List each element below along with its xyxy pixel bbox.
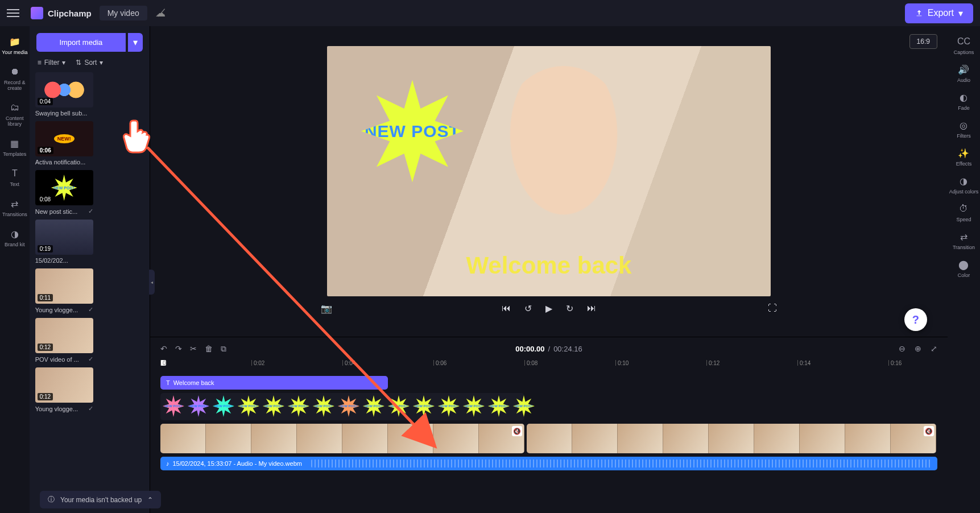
left-rail-record-create[interactable]: ⏺Record & create <box>0 62 30 94</box>
play-button[interactable]: ▶ <box>545 303 552 314</box>
rail-icon: T <box>9 167 21 180</box>
right-rail-effects[interactable]: ✨Effects <box>948 143 980 170</box>
chevron-down-icon: ▾ <box>62 59 65 67</box>
media-name: POV video of ... <box>35 356 79 363</box>
brand-logo[interactable]: Clipchamp <box>31 7 92 19</box>
media-name: Young vlogge... <box>35 406 78 412</box>
right-rail-audio[interactable]: 🔊Audio <box>948 60 980 86</box>
duplicate-button[interactable]: ⧉ <box>221 344 226 354</box>
zoom-in-button[interactable]: ⊕ <box>915 344 921 353</box>
media-item[interactable]: 0:12POV video of ...✓ <box>35 318 93 363</box>
sticker-overlay[interactable]: NEW POST <box>361 80 464 183</box>
video-clip-2[interactable]: 🔇 <box>527 424 936 453</box>
sticker-frame: NEW POST <box>237 394 260 418</box>
left-rail-brand-kit[interactable]: ◑Brand kit <box>0 224 30 251</box>
import-media-dropdown[interactable]: ▾ <box>128 33 143 52</box>
delete-button[interactable]: 🗑 <box>205 344 213 353</box>
backup-warning[interactable]: ⓘ Your media isn't backed up ⌃ <box>40 491 161 508</box>
export-button[interactable]: Export ▾ <box>905 3 973 23</box>
aspect-ratio-button[interactable]: 16:9 <box>909 34 937 49</box>
media-name: New post stic... <box>35 208 78 215</box>
prev-clip-button[interactable]: ⏮ <box>502 303 511 313</box>
check-icon: ✓ <box>88 208 93 215</box>
export-label: Export <box>928 8 954 18</box>
media-thumbnail[interactable]: 0:12 <box>35 367 93 403</box>
ruler-tick: 0:10 <box>615 360 628 366</box>
current-time: 00:00.00 <box>515 345 544 353</box>
sticker-frame: NEW POST <box>187 394 210 418</box>
right-rail-color[interactable]: ⬤Color <box>948 255 980 282</box>
zoom-out-button[interactable]: ⊖ <box>899 344 905 353</box>
audio-clip[interactable]: ♪ 15/02/2024, 15:33:07 - Audio - My vide… <box>160 457 937 470</box>
media-item[interactable]: 0:04Swaying bell sub... <box>35 72 93 117</box>
mute-icon[interactable]: 🔇 <box>512 426 522 436</box>
media-thumbnail[interactable]: 0:19 <box>35 220 93 255</box>
left-rail-content-library[interactable]: 🗂Content library <box>0 98 30 130</box>
next-clip-button[interactable]: ⏭ <box>587 303 596 313</box>
chevron-up-icon: ⌃ <box>147 496 153 504</box>
rail-icon: 🔊 <box>957 63 970 76</box>
text-clip[interactable]: T Welcome back <box>160 376 388 390</box>
right-rail-transition[interactable]: ⇄Transition <box>948 227 980 254</box>
media-item[interactable]: 0:11Young vlogge...✓ <box>35 268 93 313</box>
right-rail-fade[interactable]: ◐Fade <box>948 88 980 114</box>
media-thumbnail[interactable]: NEW POST0:08 <box>35 170 93 205</box>
fullscreen-button[interactable]: ⛶ <box>768 303 777 313</box>
filter-icon: ≡ <box>38 59 42 67</box>
media-thumbnail[interactable]: NEW!0:06 <box>35 121 93 156</box>
right-rail-speed[interactable]: ⏱Speed <box>948 199 980 226</box>
left-rail-templates[interactable]: ▦Templates <box>0 134 30 160</box>
redo-button[interactable]: ↷ <box>175 344 182 353</box>
zoom-fit-button[interactable]: ⤢ <box>931 344 937 353</box>
sticker-frame: NEW POST <box>337 394 361 418</box>
brand-name: Clipchamp <box>48 9 92 18</box>
forward-button[interactable]: ↻ <box>566 303 573 314</box>
media-thumbnail[interactable]: 0:04 <box>35 72 93 107</box>
preview-canvas[interactable]: NEW POST Welcome back <box>327 46 771 296</box>
sticker-frame: NEW POST <box>262 394 286 418</box>
snapshot-button[interactable]: 📷 <box>321 303 332 314</box>
menu-button[interactable] <box>7 5 23 21</box>
project-name-input[interactable]: My video <box>100 6 147 20</box>
sticker-frame: NEW POST <box>162 394 185 418</box>
rail-icon: ◎ <box>957 119 970 131</box>
media-duration: 0:12 <box>38 393 53 400</box>
sticker-frame: NEW POST <box>312 394 336 418</box>
rail-icon: ⏺ <box>9 65 21 78</box>
media-item[interactable]: 0:12Young vlogge...✓ <box>35 367 93 412</box>
media-name: Swaying bell sub... <box>35 110 88 117</box>
sort-button[interactable]: ⇅Sort▾ <box>76 59 103 67</box>
import-media-button[interactable]: Import media <box>36 33 126 52</box>
ruler-tick: 0:04 <box>342 360 355 366</box>
sticker-clip[interactable]: NEW POSTNEW POSTNEW POSTNEW POSTNEW POST… <box>160 393 524 420</box>
left-rail-transitions[interactable]: ⇄Transitions <box>0 194 30 221</box>
ruler-tick: 0 <box>160 360 166 366</box>
preview-content <box>495 66 632 237</box>
help-button[interactable]: ? <box>904 308 927 331</box>
sticker-frame: NEW POST <box>212 394 235 418</box>
media-duration: 0:19 <box>38 245 53 253</box>
right-rail-adjust-colors[interactable]: ◑Adjust colors <box>948 171 980 198</box>
sticker-frame: NEW POST <box>462 394 486 418</box>
cloud-off-icon[interactable]: ☁̸ <box>155 7 166 19</box>
filter-button[interactable]: ≡Filter▾ <box>38 59 66 67</box>
media-item[interactable]: NEW!0:06Activa notificatio... <box>35 121 93 166</box>
right-rail-captions[interactable]: CCCaptions <box>948 32 980 59</box>
undo-button[interactable]: ↶ <box>160 344 167 353</box>
rewind-button[interactable]: ↺ <box>524 303 532 314</box>
media-item[interactable]: NEW POST0:08New post stic...✓ <box>35 170 93 215</box>
split-button[interactable]: ✂ <box>190 344 197 353</box>
right-rail-filters[interactable]: ◎Filters <box>948 115 980 142</box>
media-thumbnail[interactable]: 0:12 <box>35 318 93 353</box>
media-item[interactable]: 0:1915/02/202... <box>35 220 93 264</box>
check-icon: ✓ <box>88 405 93 412</box>
text-overlay[interactable]: Welcome back <box>466 252 631 279</box>
clipchamp-icon <box>31 7 43 19</box>
media-name: Activa notificatio... <box>35 159 86 166</box>
left-rail-your-media[interactable]: 📁Your media <box>0 32 30 59</box>
timeline-ruler[interactable]: 00:020:040:060:080:100:120:140:16 <box>160 360 937 373</box>
video-clip-1[interactable]: 🔇 <box>160 424 524 453</box>
left-rail-text[interactable]: TText <box>0 164 30 191</box>
media-thumbnail[interactable]: 0:11 <box>35 268 93 304</box>
mute-icon[interactable]: 🔇 <box>924 426 934 436</box>
